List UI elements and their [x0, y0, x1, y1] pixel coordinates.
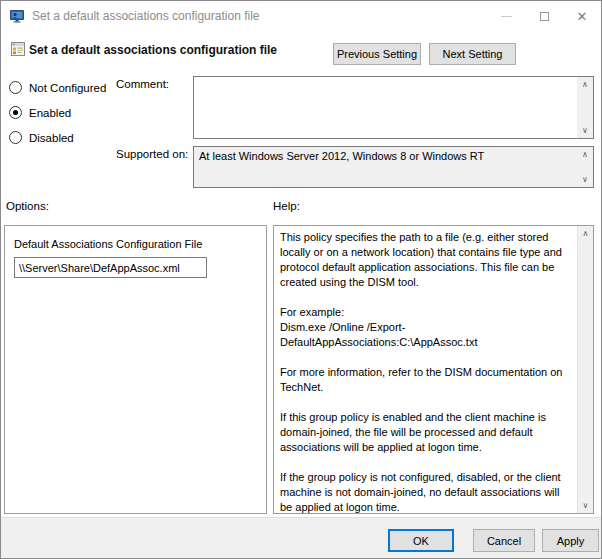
comment-label: Comment: — [116, 78, 169, 90]
options-panel: Default Associations Configuration File — [4, 225, 267, 514]
radio-not-configured[interactable]: Not Configured — [9, 81, 106, 94]
scroll-down-icon[interactable]: ∨ — [578, 498, 593, 513]
scroll-down-icon[interactable]: ∨ — [577, 172, 593, 187]
radio-circle-icon — [9, 131, 22, 144]
scroll-up-icon[interactable]: ∧ — [578, 226, 593, 241]
scroll-up-icon[interactable]: ∧ — [577, 147, 593, 162]
close-button[interactable]: ✕ — [563, 1, 601, 31]
options-label: Options: — [6, 200, 49, 212]
apply-button[interactable]: Apply — [542, 529, 599, 552]
radio-disabled[interactable]: Disabled — [9, 131, 74, 144]
group-policy-app-icon — [9, 8, 25, 24]
supported-on-label: Supported on: — [116, 148, 188, 160]
radio-label: Enabled — [29, 107, 71, 119]
scroll-up-icon[interactable]: ∧ — [577, 77, 593, 92]
help-scrollbar[interactable]: ∧ ∨ — [577, 226, 593, 513]
comment-scrollbar[interactable]: ∧ ∨ — [577, 77, 593, 138]
scroll-down-icon[interactable]: ∨ — [577, 123, 593, 138]
radio-circle-icon — [9, 81, 22, 94]
radio-enabled[interactable]: Enabled — [9, 106, 71, 119]
next-setting-button[interactable]: Next Setting — [429, 43, 516, 65]
help-text: This policy specifies the path to a file… — [274, 226, 576, 513]
help-panel: This policy specifies the path to a file… — [273, 225, 594, 514]
maximize-icon — [540, 12, 549, 21]
cancel-button[interactable]: Cancel — [473, 529, 535, 552]
supported-on-value: At least Windows Server 2012, Windows 8 … — [194, 147, 593, 165]
radio-circle-icon — [9, 106, 22, 119]
window-title: Set a default associations configuration… — [32, 9, 259, 23]
close-icon: ✕ — [577, 10, 588, 23]
supported-scrollbar[interactable]: ∧ ∨ — [577, 147, 593, 187]
previous-setting-button[interactable]: Previous Setting — [333, 43, 421, 65]
policy-setting-icon — [11, 42, 25, 56]
supported-on-box: At least Windows Server 2012, Windows 8 … — [193, 146, 594, 188]
ok-button[interactable]: OK — [388, 529, 454, 552]
options-field-label: Default Associations Configuration File — [14, 238, 202, 250]
config-file-path-input[interactable] — [14, 257, 207, 278]
minimize-icon — [501, 16, 512, 17]
setting-title: Set a default associations configuration… — [29, 43, 277, 57]
footer-bar: OK Cancel Apply — [1, 517, 602, 559]
radio-label: Disabled — [29, 132, 74, 144]
radio-label: Not Configured — [29, 82, 106, 94]
minimize-button[interactable] — [487, 1, 525, 31]
maximize-button[interactable] — [525, 1, 563, 31]
titlebar[interactable]: Set a default associations configuration… — [1, 1, 601, 31]
help-label: Help: — [273, 200, 300, 212]
policy-dialog: Set a default associations configuration… — [0, 0, 602, 559]
comment-textarea[interactable]: ∧ ∨ — [193, 76, 594, 139]
